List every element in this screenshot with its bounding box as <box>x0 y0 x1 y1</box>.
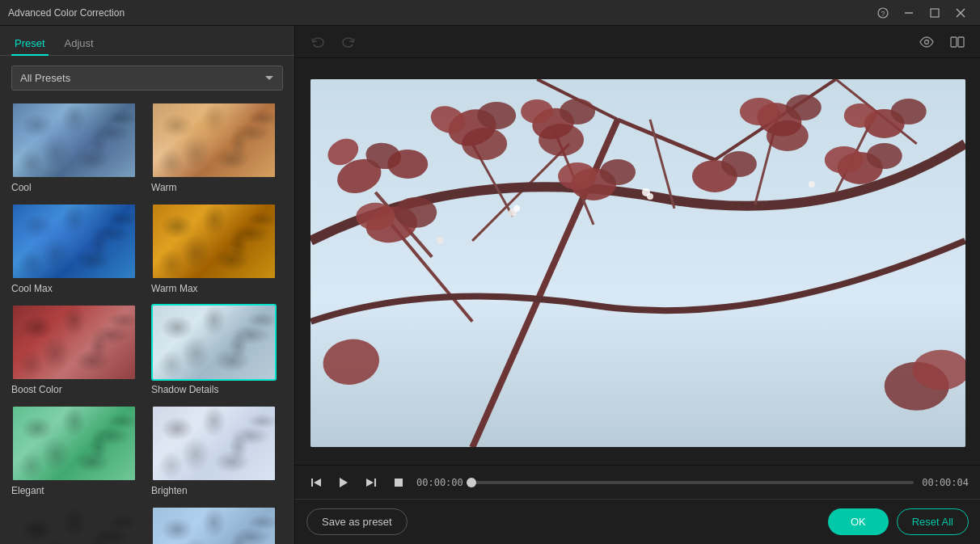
toolbar-left <box>306 31 360 53</box>
svg-rect-7 <box>951 37 957 47</box>
svg-point-54 <box>513 205 520 212</box>
svg-marker-66 <box>366 479 374 487</box>
prev-frame-button[interactable] <box>306 473 326 492</box>
titlebar: Advanced Color Correction ? <box>0 0 980 26</box>
svg-point-46 <box>600 159 636 185</box>
action-bar: Save as preset OK Reset All <box>295 499 980 544</box>
left-panel: Preset Adjust All Presets My Presets Def… <box>0 26 295 544</box>
svg-point-38 <box>766 120 808 151</box>
preset-thumb-brighten <box>151 405 277 482</box>
stop-button[interactable] <box>389 473 408 492</box>
preset-label-warm-max: Warm Max <box>151 283 283 294</box>
eye-button[interactable] <box>915 31 938 53</box>
preset-item-elegant[interactable]: Elegant <box>11 405 143 498</box>
svg-rect-62 <box>311 479 313 487</box>
svg-point-32 <box>560 99 595 124</box>
toolbar-right <box>915 31 969 53</box>
preset-label-cool-max: Cool Max <box>11 283 143 294</box>
window-controls: ? <box>872 4 972 22</box>
svg-rect-3 <box>931 9 939 17</box>
svg-point-47 <box>558 162 597 190</box>
maximize-button[interactable] <box>923 4 946 22</box>
preset-thumb-warm-max <box>151 203 277 280</box>
svg-point-6 <box>925 40 929 44</box>
right-panel: 00:00:00 00:00:04 Save as preset OK Rese… <box>295 26 980 544</box>
svg-rect-65 <box>374 479 376 487</box>
video-scene <box>310 79 965 448</box>
video-controls: 00:00:00 00:00:04 <box>295 465 980 499</box>
dropdown-container: All Presets My Presets Default Presets <box>0 56 294 97</box>
svg-rect-8 <box>958 37 964 47</box>
progress-thumb[interactable] <box>467 478 476 487</box>
compare-button[interactable] <box>946 31 969 53</box>
toolbar <box>295 26 980 58</box>
current-time: 00:00:00 <box>416 477 463 488</box>
svg-point-56 <box>641 188 649 196</box>
svg-point-37 <box>739 98 778 125</box>
video-area <box>295 58 980 465</box>
help-button[interactable]: ? <box>872 4 894 22</box>
preset-label-cool: Cool <box>11 182 143 193</box>
preset-thumb-elegant <box>11 405 137 482</box>
undo-button[interactable] <box>306 31 329 53</box>
svg-point-51 <box>866 143 902 169</box>
preset-filter-dropdown[interactable]: All Presets My Presets Default Presets <box>11 65 283 91</box>
tab-preset[interactable]: Preset <box>11 32 49 56</box>
preset-item-cool[interactable]: Cool <box>11 102 143 195</box>
preset-thumb-8 <box>11 506 137 544</box>
svg-rect-9 <box>310 79 965 448</box>
svg-point-34 <box>539 124 584 156</box>
preset-label-warm: Warm <box>151 182 283 193</box>
svg-point-49 <box>720 151 756 177</box>
reset-all-button[interactable]: Reset All <box>897 508 969 535</box>
preset-label-brighten: Brighten <box>151 485 283 496</box>
next-frame-button[interactable] <box>361 473 381 492</box>
svg-point-58 <box>437 238 443 244</box>
svg-point-44 <box>356 203 395 230</box>
save-preset-button[interactable]: Save as preset <box>306 508 408 535</box>
preset-thumb-warm <box>151 102 277 179</box>
svg-point-57 <box>808 181 814 188</box>
svg-marker-64 <box>340 478 348 487</box>
preset-thumb-cool-max <box>11 203 137 280</box>
progress-track[interactable] <box>471 481 914 484</box>
play-button[interactable] <box>334 473 353 492</box>
preset-item-8[interactable] <box>11 506 143 544</box>
preset-item-cool-max[interactable]: Cool Max <box>11 203 143 296</box>
preset-label-boost-color: Boost Color <box>11 384 143 395</box>
ok-button[interactable]: OK <box>828 508 889 535</box>
foliage-svg <box>310 79 965 448</box>
app-title: Advanced Color Correction <box>8 7 125 19</box>
close-button[interactable] <box>949 4 972 22</box>
svg-point-52 <box>824 146 863 174</box>
svg-point-40 <box>890 99 926 124</box>
preset-item-warm-max[interactable]: Warm Max <box>151 203 283 296</box>
svg-point-43 <box>395 197 437 228</box>
preset-item-9[interactable] <box>151 506 283 544</box>
preset-item-shadow-details[interactable]: Shadow Details <box>151 304 283 397</box>
video-preview <box>310 79 965 448</box>
redo-button[interactable] <box>337 31 360 53</box>
tabs: Preset Adjust <box>0 26 294 56</box>
tab-adjust[interactable]: Adjust <box>61 32 97 56</box>
preset-thumb-boost-color <box>11 304 137 381</box>
svg-rect-67 <box>395 479 403 487</box>
total-time: 00:00:04 <box>922 477 969 488</box>
svg-marker-63 <box>314 479 321 487</box>
svg-point-28 <box>477 102 516 129</box>
preset-item-brighten[interactable]: Brighten <box>151 405 283 498</box>
action-right: OK Reset All <box>828 508 969 535</box>
svg-point-36 <box>785 95 821 120</box>
preset-label-shadow-details: Shadow Details <box>151 384 283 395</box>
minimize-button[interactable] <box>898 4 920 22</box>
main-container: Preset Adjust All Presets My Presets Def… <box>0 26 980 544</box>
svg-point-30 <box>462 128 507 160</box>
preset-item-warm[interactable]: Warm <box>151 102 283 195</box>
preset-thumb-cool <box>11 102 137 179</box>
preset-thumb-9 <box>151 506 277 544</box>
preset-thumb-shadow-details <box>151 304 277 381</box>
svg-point-33 <box>521 99 553 124</box>
presets-grid: Cool Warm Cool Max Warm <box>0 97 294 544</box>
preset-item-boost-color[interactable]: Boost Color <box>11 304 143 397</box>
svg-point-26 <box>387 150 428 179</box>
